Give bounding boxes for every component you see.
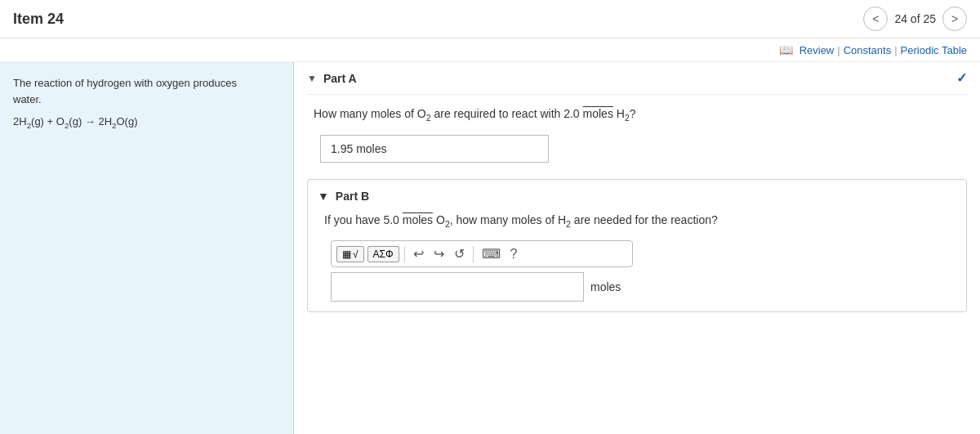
part-a-chevron-icon: ▼ (307, 73, 317, 84)
reset-icon: ↺ (454, 247, 465, 261)
part-b-title: Part B (336, 190, 369, 203)
part-a-header[interactable]: ▼ Part A ✓ (307, 62, 967, 95)
part-b-section: ▼ Part B If you have 5.0 moles O2, how m… (307, 179, 967, 313)
part-a-check-icon: ✓ (956, 70, 967, 86)
book-icon: 📖 (779, 43, 793, 56)
part-b-chevron-icon: ▼ (318, 190, 329, 203)
part-a-question: How many moles of O2 are required to rea… (307, 105, 967, 125)
help-button[interactable]: ? (507, 245, 521, 263)
chevron-right-icon: > (951, 12, 958, 25)
matrix-button[interactable]: ▦ √ (336, 246, 364, 262)
navigation-controls: < 24 of 25 > (863, 7, 967, 31)
periodic-table-link[interactable]: Periodic Table (901, 44, 967, 56)
part-a-title: Part A (323, 72, 357, 85)
chevron-left-icon: < (872, 12, 879, 25)
part-a-answer-display: 1.95 moles (320, 135, 549, 163)
matrix-icon: ▦ (342, 248, 351, 260)
undo-button[interactable]: ↩ (410, 244, 427, 263)
next-button[interactable]: > (942, 7, 967, 31)
questions-panel: ▼ Part A ✓ How many moles of O2 are requ… (294, 62, 980, 434)
review-bar: 📖 Review | Constants | Periodic Table (0, 38, 980, 62)
part-b-question: If you have 5.0 moles O2, how many moles… (318, 211, 956, 231)
keyboard-button[interactable]: ⌨ (479, 244, 504, 263)
sqrt-icon: √ (353, 248, 359, 260)
redo-button[interactable]: ↪ (430, 244, 448, 263)
page-count: 24 of 25 (894, 12, 936, 25)
keyboard-icon: ⌨ (482, 247, 501, 261)
problem-description-panel: The reaction of hydrogen with oxygen pro… (0, 62, 294, 434)
reset-button[interactable]: ↺ (451, 244, 468, 263)
prev-button[interactable]: < (863, 7, 888, 31)
chemical-equation: 2H2(g) + O2(g) → 2H2O(g) (13, 114, 280, 132)
review-link[interactable]: Review (800, 44, 835, 56)
separator-2: | (894, 44, 897, 56)
toolbar-separator-1 (404, 246, 405, 262)
toolbar-separator-2 (473, 246, 474, 262)
part-b-answer-input[interactable] (331, 272, 584, 302)
description-text-1: The reaction of hydrogen with oxygen pro… (13, 77, 237, 89)
description-text-2: water. (13, 93, 42, 105)
separator-1: | (837, 44, 840, 56)
undo-icon: ↩ (413, 247, 424, 261)
part-b-header[interactable]: ▼ Part B (318, 190, 956, 203)
math-toolbar: ▦ √ ΑΣΦ ↩ ↪ ↺ ⌨ ? (331, 240, 633, 267)
constants-link[interactable]: Constants (844, 44, 892, 56)
main-layout: The reaction of hydrogen with oxygen pro… (0, 62, 980, 434)
redo-icon: ↪ (434, 247, 444, 261)
greek-button[interactable]: ΑΣΦ (368, 246, 399, 262)
item-title: Item 24 (13, 11, 64, 28)
part-b-answer-row: moles (331, 272, 956, 302)
part-b-unit-label: moles (590, 280, 621, 293)
page-header: Item 24 < 24 of 25 > (0, 0, 980, 38)
part-a-section: ▼ Part A ✓ How many moles of O2 are requ… (307, 62, 967, 163)
